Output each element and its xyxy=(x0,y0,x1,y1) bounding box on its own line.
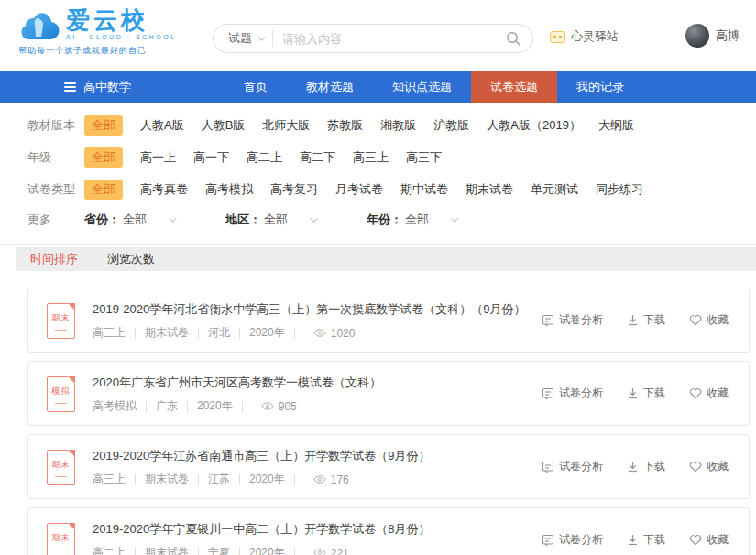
cloud-logo-icon xyxy=(18,7,60,40)
filter-option[interactable]: 期末试卷 xyxy=(466,181,513,198)
dropdown-value: 全部 xyxy=(405,212,429,228)
paper-type-icon: 期末 xyxy=(47,450,75,485)
paper-type-icon: 期末 xyxy=(47,523,75,555)
paper-meta: 高二上期末试卷宁夏2020年221 xyxy=(93,545,349,555)
filter-option[interactable]: 大纲版 xyxy=(598,117,634,134)
filter-option[interactable]: 人教B版 xyxy=(202,117,246,134)
filter-option[interactable]: 高三上 xyxy=(353,149,389,166)
logo-tagline: 帮助每一个孩子成就最好的自己 xyxy=(18,45,177,57)
filter-option[interactable]: 人教A版 xyxy=(140,117,184,134)
filter-label: 年级 xyxy=(27,149,84,166)
search-icon[interactable] xyxy=(506,31,521,47)
filter-dropdown[interactable]: 年份： 全部 xyxy=(367,212,456,228)
paper-title-link[interactable]: 2019-2020学年河北省衡水中学高三（上）第一次摸底数学试卷（文科）（9月份… xyxy=(93,301,551,318)
site-logo[interactable]: 爱云校 AI · CLOUD · SCHOOL 帮助每一个孩子成就最好的自己 xyxy=(18,7,177,57)
divider xyxy=(239,328,240,339)
paper-analysis-button[interactable]: 试卷分析 xyxy=(542,312,603,328)
chevron-down-icon xyxy=(310,214,317,222)
paper-download-button[interactable]: 下载 xyxy=(627,386,665,401)
filter-option[interactable]: 高三下 xyxy=(406,149,442,166)
divider xyxy=(198,474,199,485)
search-input[interactable] xyxy=(273,32,506,46)
paper-meta-tag: 江苏 xyxy=(208,472,230,487)
filter-option[interactable]: 高一上 xyxy=(140,149,176,166)
filter-option[interactable]: 全部 xyxy=(84,147,123,168)
filter-option[interactable]: 高二上 xyxy=(247,149,282,166)
dropdown-name: 地区： xyxy=(225,212,261,228)
paper-actions: 试卷分析 下载 收藏 xyxy=(518,362,729,425)
nav-item-知识点选题[interactable]: 知识点选题 xyxy=(373,71,471,103)
paper-meta-tag: 期末试卷 xyxy=(145,325,189,341)
filter-option[interactable]: 高考复习 xyxy=(270,181,318,198)
filter-option[interactable]: 月考试卷 xyxy=(335,181,383,198)
paper-analysis-button[interactable]: 试卷分析 xyxy=(542,386,603,401)
nav-item-试卷选题[interactable]: 试卷选题 xyxy=(471,71,557,103)
paper-analysis-button[interactable]: 试卷分析 xyxy=(542,532,603,548)
filter-option[interactable]: 全部 xyxy=(84,115,123,136)
sort-tab-时间排序[interactable]: 时间排序 xyxy=(30,251,78,267)
paper-type-badge: 模拟 xyxy=(48,386,74,397)
paper-favorite-button[interactable]: 收藏 xyxy=(689,312,729,328)
paper-favorite-button[interactable]: 收藏 xyxy=(689,459,729,474)
paper-meta-tag: 宁夏 xyxy=(208,545,230,555)
paper-title-link[interactable]: 2020年广东省广州市天河区高考数学一模试卷（文科） xyxy=(93,375,551,391)
paper-card: 期末 2019-2020学年江苏省南通市高三（上）开学数学试卷（9月份） 高三上… xyxy=(27,434,750,499)
filter-label: 教材版本 xyxy=(27,117,84,134)
filter-row: 试卷类型 全部高考真卷高考模拟高考复习月考试卷期中试卷期末试卷单元测试同步练习 xyxy=(27,180,756,200)
filter-option[interactable]: 单元测试 xyxy=(531,181,578,198)
filter-option[interactable]: 湘教版 xyxy=(380,117,416,134)
dropdown-value: 全部 xyxy=(264,212,288,228)
nav-menu: 首页教材选题知识点选题试卷选题我的记录 xyxy=(225,71,643,103)
paper-analysis-button[interactable]: 试卷分析 xyxy=(542,459,603,474)
filter-option[interactable]: 苏教版 xyxy=(327,117,363,134)
divider xyxy=(239,474,240,485)
paper-meta-tag: 期末试卷 xyxy=(145,472,189,487)
paper-title-link[interactable]: 2019-2020学年宁夏银川一中高二（上）开学数学试卷（8月份） xyxy=(93,521,551,538)
paper-card: 期末 2019-2020学年宁夏银川一中高二（上）开学数学试卷（8月份） 高二上… xyxy=(27,507,750,555)
sort-tab-浏览次数[interactable]: 浏览次数 xyxy=(107,251,155,267)
filter-option[interactable]: 沪教版 xyxy=(433,117,469,134)
subject-label: 高中数学 xyxy=(83,79,131,95)
filter-option[interactable]: 全部 xyxy=(84,180,123,200)
filter-option[interactable]: 人教A版（2019） xyxy=(487,117,581,134)
paper-card: 模拟 2020年广东省广州市天河区高考数学一模试卷（文科） 高考模拟广东2020… xyxy=(27,361,750,426)
filter-dropdown[interactable]: 省份： 全部 xyxy=(84,212,174,228)
main-navbar: 高中数学 首页教材选题知识点选题试卷选题我的记录 xyxy=(0,71,756,103)
paper-meta-tag: 2020年 xyxy=(249,325,285,341)
divider xyxy=(294,548,295,555)
paper-meta-tag: 河北 xyxy=(208,325,230,341)
paper-card: 期末 2019-2020学年河北省衡水中学高三（上）第一次摸底数学试卷（文科）（… xyxy=(27,288,750,353)
filter-row: 年级 全部高一上高一下高二上高二下高三上高三下 xyxy=(27,147,756,168)
divider xyxy=(135,328,136,339)
filter-option[interactable]: 高二下 xyxy=(300,149,335,166)
filter-dropdown[interactable]: 地区： 全部 xyxy=(225,212,315,228)
filter-option[interactable]: 高一下 xyxy=(193,149,229,166)
paper-favorite-button[interactable]: 收藏 xyxy=(689,532,729,548)
paper-title-link[interactable]: 2019-2020学年江苏省南通市高三（上）开学数学试卷（9月份） xyxy=(93,448,551,464)
divider xyxy=(239,548,240,555)
nav-item-教材选题[interactable]: 教材选题 xyxy=(287,71,373,103)
paper-meta: 高三上期末试卷河北2020年1020 xyxy=(93,325,355,341)
paper-view-count: 221 xyxy=(313,547,349,555)
user-menu[interactable]: 高博 xyxy=(685,24,740,48)
divider xyxy=(198,548,199,555)
nav-item-首页[interactable]: 首页 xyxy=(225,71,287,103)
filter-option[interactable]: 高考模拟 xyxy=(205,181,253,198)
paper-download-button[interactable]: 下载 xyxy=(627,459,665,474)
filter-option[interactable]: 高考真卷 xyxy=(140,181,188,198)
filter-option[interactable]: 期中试卷 xyxy=(400,181,448,198)
heart-station-icon xyxy=(550,31,565,43)
subject-menu-button[interactable]: 高中数学 xyxy=(64,71,174,103)
paper-download-button[interactable]: 下载 xyxy=(627,312,665,328)
filter-option[interactable]: 同步练习 xyxy=(596,181,643,198)
chevron-down-icon xyxy=(257,33,265,40)
divider xyxy=(242,401,243,412)
paper-actions: 试卷分析 下载 收藏 xyxy=(518,508,729,555)
search-category-dropdown[interactable]: 试题 xyxy=(214,30,272,47)
nav-item-我的记录[interactable]: 我的记录 xyxy=(557,71,643,103)
paper-download-button[interactable]: 下载 xyxy=(627,532,665,548)
filter-option[interactable]: 北师大版 xyxy=(262,117,310,134)
filter-label: 试卷类型 xyxy=(27,181,84,198)
heart-station-link[interactable]: 心灵驿站 xyxy=(550,28,619,45)
paper-favorite-button[interactable]: 收藏 xyxy=(689,386,729,401)
